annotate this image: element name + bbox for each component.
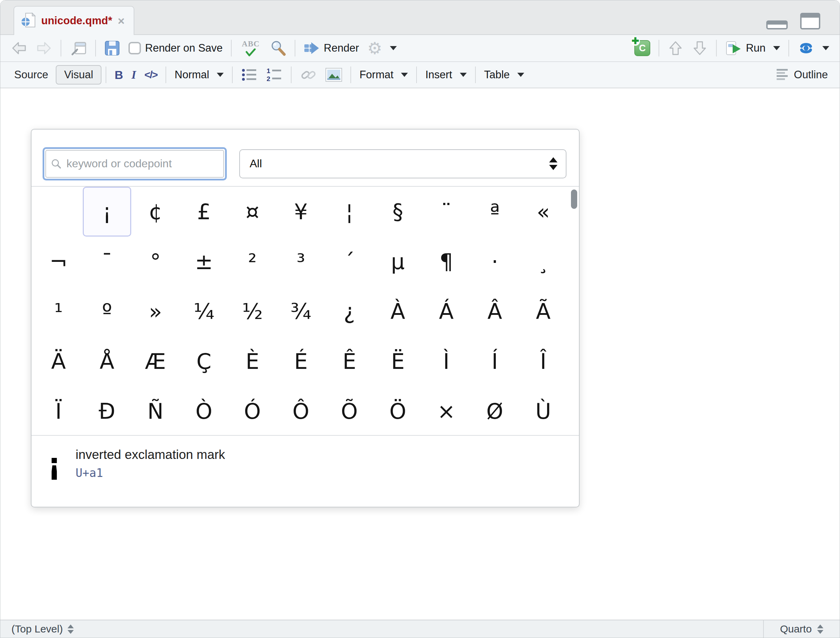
arrow-down-icon <box>692 40 708 57</box>
bold-button[interactable]: B <box>111 66 128 84</box>
maximize-pane-icon[interactable] <box>800 13 820 30</box>
symbol-cell[interactable]: Î <box>519 336 567 386</box>
symbol-cell[interactable]: « <box>519 187 567 237</box>
spellcheck-button[interactable]: ABC <box>236 38 265 59</box>
symbol-cell[interactable]: ½ <box>228 286 277 336</box>
symbol-cell[interactable]: ° <box>131 237 180 286</box>
code-button[interactable]: </> <box>140 67 161 83</box>
symbol-cell[interactable]: µ <box>374 237 422 286</box>
symbol-cell[interactable]: Æ <box>131 336 180 386</box>
forward-button[interactable] <box>32 38 57 58</box>
render-options-button[interactable]: ⚙ <box>363 38 401 58</box>
symbol-cell[interactable]: ± <box>180 237 228 286</box>
symbol-cell[interactable]: » <box>131 286 180 336</box>
find-replace-button[interactable] <box>265 38 291 58</box>
symbol-grid-scrollbar[interactable] <box>571 190 577 432</box>
symbol-cell[interactable]: ¸ <box>519 237 567 286</box>
symbol-cell[interactable]: Ð <box>83 386 131 436</box>
symbol-cell[interactable]: º <box>83 286 131 336</box>
open-in-new-window-button[interactable] <box>65 38 91 58</box>
symbol-cell[interactable]: ¿ <box>325 286 374 336</box>
visual-mode-button[interactable]: Visual <box>56 65 101 85</box>
symbol-cell[interactable]: ¦ <box>325 187 374 237</box>
scrollbar-thumb[interactable] <box>571 190 577 209</box>
symbol-cell[interactable]: Ô <box>277 386 325 436</box>
symbol-cell[interactable]: Ø <box>471 386 519 436</box>
symbol-cell[interactable]: Ã <box>519 286 567 336</box>
symbol-cell[interactable]: È <box>228 336 277 386</box>
toolbar-separator <box>788 40 789 57</box>
render-on-save-checkbox[interactable] <box>128 42 141 54</box>
rerun-button[interactable] <box>793 38 834 58</box>
previous-chunk-button[interactable] <box>663 38 688 58</box>
image-icon <box>325 68 342 82</box>
format-menu[interactable]: Format <box>355 66 412 83</box>
symbol-cell[interactable]: £ <box>180 187 228 237</box>
symbol-cell[interactable]: ª <box>471 187 519 237</box>
symbol-cell[interactable]: Ë <box>374 336 422 386</box>
table-menu[interactable]: Table <box>480 66 528 83</box>
symbol-search-input[interactable] <box>66 157 220 170</box>
symbol-cell[interactable]: Ó <box>228 386 277 436</box>
symbol-cell[interactable]: Å <box>83 336 131 386</box>
paragraph-style-dropdown[interactable]: Normal <box>171 66 228 83</box>
insert-menu[interactable]: Insert <box>421 66 471 83</box>
render-button[interactable]: Render <box>300 38 363 58</box>
symbol-cell[interactable]: ¢ <box>131 187 180 237</box>
symbol-cell[interactable]: ´ <box>325 237 374 286</box>
symbol-cell[interactable]: ¾ <box>277 286 325 336</box>
symbol-category-select[interactable]: All <box>239 149 567 178</box>
symbol-cell[interactable]: Á <box>422 286 471 336</box>
back-button[interactable] <box>6 38 32 58</box>
bullet-list-button[interactable] <box>237 65 262 84</box>
symbol-cell[interactable]: É <box>277 336 325 386</box>
symbol-cell[interactable]: Ê <box>325 336 374 386</box>
symbol-cell[interactable]: Ñ <box>131 386 180 436</box>
symbol-cell[interactable]: ¯ <box>83 237 131 286</box>
symbol-cell[interactable]: À <box>374 286 422 336</box>
symbol-cell[interactable]: ¶ <box>422 237 471 286</box>
insert-link-button[interactable] <box>296 65 321 85</box>
run-button[interactable]: Run <box>721 38 784 58</box>
save-button[interactable] <box>100 38 124 58</box>
symbol-cell[interactable]: Ç <box>180 336 228 386</box>
symbol-cell[interactable]: ² <box>228 237 277 286</box>
symbol-cell[interactable]: ¡ <box>83 187 131 237</box>
visual-editor-surface[interactable]: All ¡¢£¤¥¦§¨ª«¬¯°±²³´µ¶·¸¹º»¼½¾¿ÀÁÂÃÄÅÆÇ… <box>0 88 840 620</box>
symbol-cell[interactable]: Ì <box>422 336 471 386</box>
insert-chunk-button[interactable]: C ✚ <box>630 38 654 58</box>
symbol-cell[interactable]: ¨ <box>422 187 471 237</box>
symbol-cell[interactable]: × <box>422 386 471 436</box>
symbol-cell[interactable]: ¼ <box>180 286 228 336</box>
symbol-cell[interactable]: · <box>471 237 519 286</box>
symbol-cell[interactable]: Ò <box>180 386 228 436</box>
symbol-cell[interactable]: ¤ <box>228 187 277 237</box>
outline-toggle[interactable]: Outline <box>775 69 834 81</box>
minimize-pane-icon[interactable] <box>766 21 788 30</box>
symbol-cell[interactable]: Ù <box>519 386 567 436</box>
render-on-save-toggle[interactable]: Render on Save <box>124 40 227 57</box>
symbol-cell[interactable]: ¹ <box>34 286 83 336</box>
symbol-cell[interactable]: Ä <box>34 336 83 386</box>
symbol-cell[interactable]: ¬ <box>34 237 83 286</box>
insert-image-button[interactable] <box>321 66 346 84</box>
tab-unicode-qmd[interactable]: unicode.qmd* × <box>14 6 134 35</box>
numbered-list-button[interactable]: 1 2 <box>262 65 287 84</box>
symbol-cell[interactable]: Â <box>471 286 519 336</box>
symbol-cell[interactable]: ³ <box>277 237 325 286</box>
tab-close-icon[interactable]: × <box>118 15 125 27</box>
document-format-selector[interactable]: Quarto <box>764 623 840 635</box>
next-chunk-button[interactable] <box>688 38 712 58</box>
symbol-cell[interactable]: Ö <box>374 386 422 436</box>
symbol-cell[interactable]: ¥ <box>277 187 325 237</box>
symbol-cell[interactable] <box>34 187 83 237</box>
source-mode-button[interactable]: Source <box>6 66 56 84</box>
symbol-cell[interactable]: § <box>374 187 422 237</box>
italic-button[interactable]: I <box>128 66 140 84</box>
symbol-cell[interactable]: Ï <box>34 386 83 436</box>
symbol-cell[interactable]: Í <box>471 336 519 386</box>
symbol-cell[interactable]: Õ <box>325 386 374 436</box>
svg-text:1: 1 <box>267 68 270 74</box>
scope-selector[interactable]: (Top Level) <box>0 623 74 635</box>
editor-status-bar: (Top Level) Quarto <box>0 620 840 638</box>
